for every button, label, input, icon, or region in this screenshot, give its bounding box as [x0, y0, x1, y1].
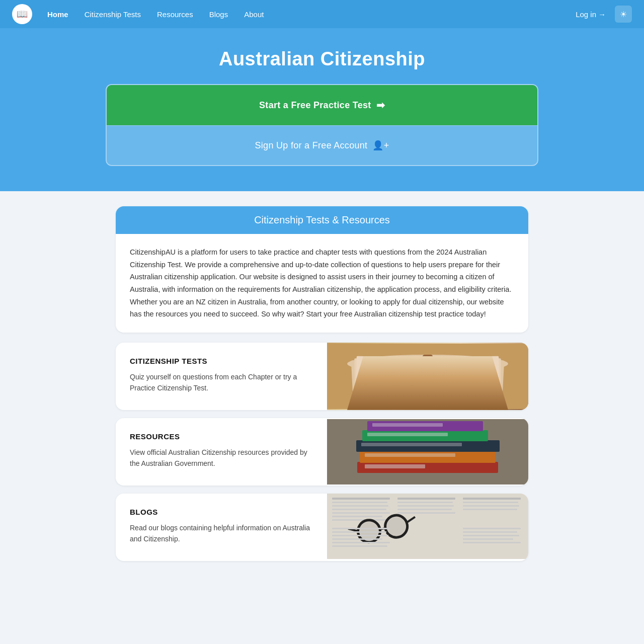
svg-rect-65: [463, 542, 521, 543]
login-arrow-icon: →: [598, 10, 606, 19]
section-body: CitizenshipAU is a platform for users to…: [116, 234, 528, 333]
svg-rect-8: [423, 355, 433, 403]
nav-home[interactable]: Home: [40, 7, 75, 22]
svg-rect-63: [463, 535, 519, 536]
citizenship-tests-desc: Quiz yourself on questions from each Cha…: [130, 371, 313, 394]
resources-card[interactable]: RESOURCES View official Australian Citiz…: [116, 418, 528, 486]
svg-rect-36: [332, 512, 390, 514]
svg-rect-44: [463, 498, 521, 500]
svg-rect-57: [332, 535, 388, 536]
svg-rect-41: [397, 505, 454, 507]
resources-desc: View official Australian Citizenship res…: [130, 447, 313, 469]
hero-buttons: Start a Free Practice Test ➡ Sign Up for…: [106, 84, 538, 166]
svg-rect-30: [327, 419, 528, 485]
nav-right: Log in → ☀: [571, 6, 632, 23]
logo[interactable]: 📖: [12, 4, 32, 24]
signup-label: Sign Up for a Free Account: [255, 140, 367, 151]
logo-icon: 📖: [17, 9, 28, 20]
login-button[interactable]: Log in →: [571, 7, 611, 22]
sun-icon: ☀: [620, 10, 627, 19]
svg-rect-13: [438, 368, 488, 369]
svg-rect-47: [463, 509, 517, 510]
svg-rect-46: [463, 505, 519, 507]
svg-rect-10: [362, 372, 408, 373]
citizenship-tests-card[interactable]: CITIZENSHIP TESTS Quiz yourself on quest…: [116, 343, 528, 410]
svg-rect-35: [332, 509, 386, 510]
practice-test-button[interactable]: Start a Free Practice Test ➡: [107, 85, 537, 125]
theme-toggle-button[interactable]: ☀: [615, 6, 632, 23]
svg-rect-7: [430, 356, 499, 400]
svg-rect-42: [397, 509, 452, 510]
blogs-image: [327, 494, 528, 561]
svg-rect-5: [432, 357, 505, 406]
svg-rect-45: [463, 502, 518, 503]
nav-blogs[interactable]: Blogs: [202, 7, 235, 22]
svg-rect-55: [332, 528, 390, 529]
svg-rect-40: [397, 502, 453, 503]
nav-resources[interactable]: Resources: [150, 7, 200, 22]
resources-image: [327, 418, 528, 486]
resources-text: RESOURCES View official Australian Citiz…: [116, 418, 327, 486]
svg-rect-6: [431, 357, 501, 403]
svg-rect-61: [463, 528, 521, 529]
hero-content: Australian Citizenship Start a Free Prac…: [0, 28, 644, 191]
practice-test-label: Start a Free Practice Test: [259, 100, 371, 111]
info-section-card: Citizenship Tests & Resources Citizenshi…: [116, 206, 528, 333]
blogs-title: BLOGS: [130, 508, 313, 516]
svg-rect-62: [463, 531, 517, 533]
svg-rect-60: [332, 545, 387, 547]
signup-button[interactable]: Sign Up for a Free Account 👤+: [107, 125, 537, 165]
citizenship-tests-title: CITIZENSHIP TESTS: [130, 357, 313, 365]
svg-rect-2: [351, 357, 424, 406]
navbar: 📖 Home Citizenship Tests Resources Blogs…: [0, 0, 644, 28]
svg-rect-17: [327, 344, 528, 409]
content-wrapper: Citizenship Tests & Resources Citizenshi…: [106, 191, 538, 584]
blogs-text: BLOGS Read our blogs containing helpful …: [116, 494, 327, 561]
citizenship-tests-text: CITIZENSHIP TESTS Quiz yourself on quest…: [116, 343, 327, 410]
svg-rect-56: [332, 531, 386, 533]
section-header: Citizenship Tests & Resources: [116, 206, 528, 234]
svg-rect-9: [362, 368, 413, 369]
svg-point-1: [347, 355, 508, 373]
circle-arrow-icon: ➡: [376, 99, 385, 111]
svg-rect-33: [332, 502, 387, 503]
resources-title: RESOURCES: [130, 432, 313, 441]
svg-rect-32: [332, 498, 390, 500]
hero-title: Australian Citizenship: [10, 48, 634, 70]
svg-rect-16: [438, 380, 480, 381]
svg-rect-3: [354, 357, 425, 403]
svg-rect-58: [332, 538, 382, 540]
blogs-card[interactable]: BLOGS Read our blogs containing helpful …: [116, 494, 528, 561]
add-user-icon: 👤+: [372, 140, 389, 151]
section-header-title: Citizenship Tests & Resources: [126, 214, 518, 226]
login-label: Log in: [576, 10, 596, 19]
svg-rect-15: [438, 376, 491, 377]
svg-rect-31: [327, 494, 528, 559]
citizenship-tests-image: [327, 343, 528, 410]
blogs-desc: Read our blogs containing helpful inform…: [130, 522, 313, 545]
open-book-image: [327, 343, 528, 410]
svg-rect-64: [463, 538, 513, 540]
svg-rect-4: [356, 356, 425, 400]
hero-section: Australian Citizenship Start a Free Prac…: [0, 28, 644, 191]
svg-rect-0: [327, 344, 528, 409]
svg-rect-59: [332, 542, 390, 543]
svg-rect-38: [332, 519, 389, 521]
svg-rect-39: [397, 498, 455, 500]
section-description: CitizenshipAU is a platform for users to…: [130, 246, 514, 320]
nav-links: Home Citizenship Tests Resources Blogs A…: [40, 7, 567, 22]
main-content: Citizenship Tests & Resources Citizenshi…: [0, 191, 644, 604]
svg-rect-37: [332, 516, 382, 517]
svg-rect-11: [362, 376, 415, 377]
nav-about[interactable]: About: [237, 7, 271, 22]
svg-rect-43: [397, 512, 455, 514]
svg-rect-34: [332, 505, 388, 507]
svg-rect-14: [438, 372, 483, 373]
svg-rect-12: [362, 380, 405, 381]
nav-citizenship-tests[interactable]: Citizenship Tests: [77, 7, 148, 22]
